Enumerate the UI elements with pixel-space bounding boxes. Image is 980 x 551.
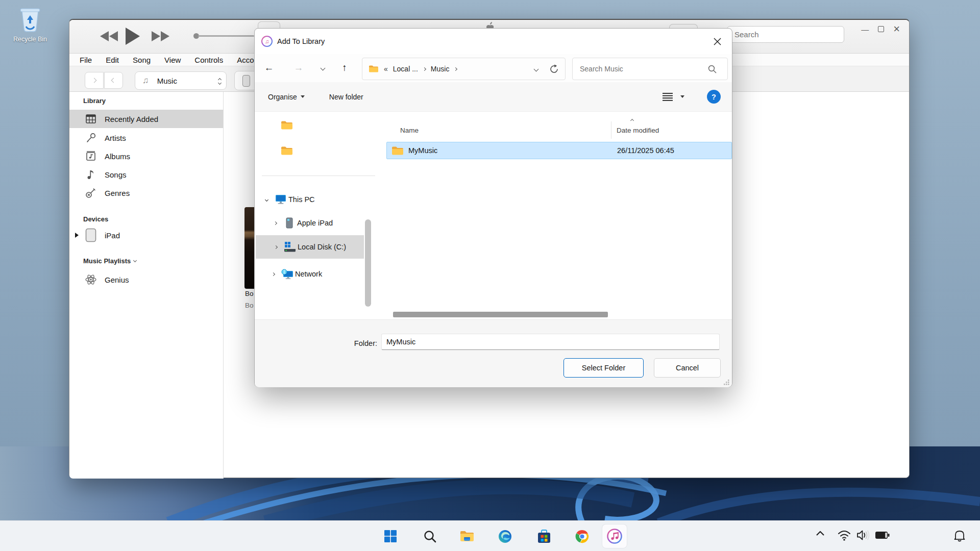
sidebar-item-genres[interactable]: Genres — [69, 184, 223, 202]
rewind-button[interactable] — [99, 30, 118, 42]
organise-button[interactable]: Organise — [268, 93, 305, 101]
recent-locations-button[interactable] — [314, 60, 331, 76]
tree-item-apple-ipad[interactable]: Apple iPad — [256, 212, 364, 234]
menu-view[interactable]: View — [164, 56, 181, 64]
column-header-date-modified[interactable]: Date modified — [617, 127, 659, 134]
folder-name-input[interactable] — [381, 334, 720, 350]
dialog-footer: Folder: Select Folder Cancel — [255, 319, 732, 387]
sidebar-item-artists[interactable]: Artists — [69, 129, 223, 147]
new-folder-button[interactable]: New folder — [329, 93, 363, 101]
apple-ipad-icon — [282, 217, 297, 229]
edge-button[interactable] — [498, 529, 512, 543]
tree-item-label: Apple iPad — [297, 219, 333, 227]
chevron-right-icon[interactable] — [269, 246, 282, 248]
chevron-down-icon[interactable] — [260, 198, 273, 201]
network-icon — [280, 269, 295, 280]
breadcrumb-local-disk[interactable]: Local ... — [393, 65, 418, 73]
sidebar-item-songs[interactable]: Songs — [69, 165, 223, 184]
chevron-right-icon[interactable] — [266, 273, 280, 276]
tree-item-local-disk[interactable]: Local Disk (C:) — [256, 235, 364, 259]
taskbar-search-button[interactable] — [423, 529, 437, 543]
column-header-name[interactable]: Name — [400, 127, 419, 134]
library-back-button[interactable] — [85, 72, 104, 89]
play-button[interactable] — [125, 27, 140, 45]
resize-grip[interactable] — [723, 379, 730, 386]
tree-item-network[interactable]: Network — [256, 263, 364, 285]
sidebar-item-genius[interactable]: Genius — [69, 270, 223, 289]
volume-slider-track[interactable] — [198, 35, 254, 37]
pinned-folder-icon[interactable] — [281, 146, 293, 156]
select-folder-button[interactable]: Select Folder — [564, 358, 644, 378]
tree-item-label: This PC — [288, 195, 315, 204]
microsoft-store-button[interactable] — [537, 529, 551, 543]
refresh-icon[interactable] — [549, 64, 559, 74]
itunes-app-icon: ♫ — [261, 36, 273, 47]
nav-pane-scrollbar[interactable] — [365, 219, 371, 307]
breadcrumb-overflow[interactable]: « — [384, 65, 388, 73]
sidebar-item-ipad[interactable]: iPad — [69, 226, 223, 244]
dialog-search-input[interactable] — [572, 58, 728, 80]
horizontal-scrollbar[interactable] — [393, 312, 608, 317]
chevron-right-icon[interactable] — [454, 67, 457, 70]
battery-status[interactable] — [875, 531, 890, 539]
close-window-button[interactable]: × — [893, 23, 900, 35]
itunes-search-input[interactable] — [727, 26, 844, 43]
menu-file[interactable]: File — [80, 56, 92, 64]
view-options-button[interactable] — [662, 92, 684, 102]
notifications-button[interactable] — [953, 529, 966, 542]
cancel-button[interactable]: Cancel — [654, 358, 721, 378]
sidebar-item-recently-added[interactable]: Recently Added — [69, 110, 223, 128]
menu-controls[interactable]: Controls — [194, 56, 223, 64]
file-name: MyMusic — [408, 146, 437, 155]
breadcrumb-music[interactable]: Music — [431, 65, 450, 73]
recycle-bin-icon[interactable]: Recycle Bin — [8, 4, 52, 43]
sidebar-item-label: Songs — [105, 170, 127, 179]
tree-item-label: Network — [295, 270, 322, 278]
help-button[interactable]: ? — [707, 90, 721, 104]
sidebar-item-albums[interactable]: Albums — [69, 147, 223, 165]
apple-music-button[interactable] — [602, 524, 627, 548]
start-button[interactable] — [383, 529, 398, 543]
file-explorer-button[interactable] — [460, 529, 474, 543]
folder-icon — [391, 146, 405, 156]
dialog-close-button[interactable] — [708, 34, 726, 49]
microsoft-store-icon — [537, 530, 551, 543]
address-breadcrumb-bar[interactable]: « Local ... Music — [362, 58, 566, 80]
volume-status[interactable] — [856, 530, 870, 541]
menu-song[interactable]: Song — [133, 56, 151, 64]
column-separator[interactable] — [611, 121, 611, 139]
chevron-right-icon[interactable] — [268, 222, 282, 224]
file-row-mymusic[interactable]: MyMusic 26/11/2025 06:45 — [386, 142, 732, 159]
chevron-right-icon[interactable] — [423, 67, 426, 70]
wifi-status[interactable] — [837, 529, 851, 541]
nav-up-button[interactable]: ↑ — [336, 60, 353, 76]
library-forward-button[interactable] — [104, 72, 123, 89]
nav-forward-button[interactable]: → — [290, 60, 307, 76]
dialog-toolbar: Organise New folder ? — [255, 82, 732, 112]
tree-item-this-pc[interactable]: This PC — [256, 188, 364, 211]
folder-field-label: Folder: — [326, 339, 377, 347]
pinned-folder-icon[interactable] — [281, 120, 293, 130]
media-kind-value: Music — [157, 77, 218, 85]
tree-item-label: Local Disk (C:) — [298, 243, 346, 251]
minimize-button[interactable]: — — [861, 26, 869, 33]
nav-back-button[interactable]: ← — [260, 60, 278, 76]
bell-icon — [953, 529, 966, 542]
playlists-section-header[interactable]: Music Playlists — [83, 257, 136, 265]
music-note-icon: ♫ — [142, 76, 149, 86]
nav-separator — [262, 176, 375, 176]
edge-icon — [498, 530, 512, 543]
chrome-button[interactable] — [575, 529, 589, 543]
album-art-thumbnail[interactable] — [244, 207, 255, 289]
media-kind-selector[interactable]: ♫ Music — [135, 71, 227, 90]
address-dropdown-icon[interactable] — [534, 66, 539, 71]
maximize-button[interactable] — [878, 26, 884, 32]
fast-forward-button[interactable] — [151, 30, 170, 42]
expand-arrow-icon[interactable] — [75, 233, 79, 238]
menu-edit[interactable]: Edit — [106, 56, 119, 64]
wifi-icon — [837, 529, 851, 541]
search-icon — [424, 530, 436, 543]
sidebar-item-label: Artists — [105, 134, 126, 142]
caret-down-icon — [301, 95, 305, 98]
tray-expand-button[interactable] — [816, 530, 825, 536]
